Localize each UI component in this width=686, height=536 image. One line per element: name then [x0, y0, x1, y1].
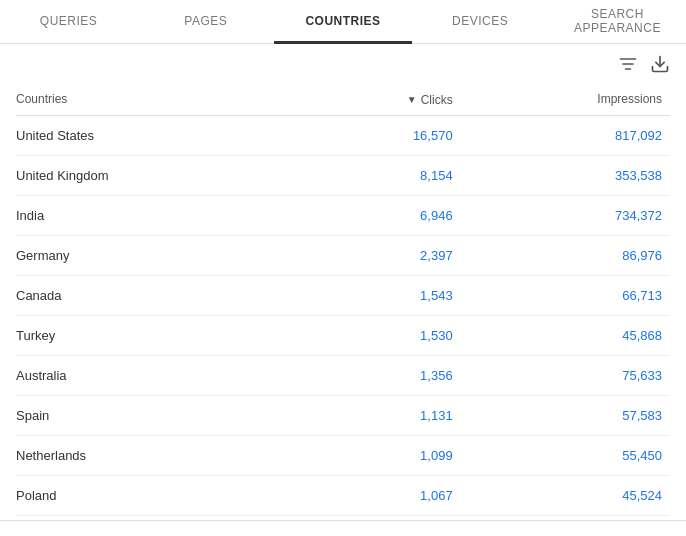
- table-row: Canada 1,543 66,713: [16, 275, 670, 315]
- cell-clicks: 2,397: [305, 235, 460, 275]
- cell-impressions: 353,538: [461, 155, 670, 195]
- col-header-impressions[interactable]: Impressions: [461, 84, 670, 115]
- table-row: Turkey 1,530 45,868: [16, 315, 670, 355]
- filter-icon[interactable]: [618, 54, 638, 74]
- cell-clicks: 1,099: [305, 435, 460, 475]
- tab-queries[interactable]: QUERIES: [0, 1, 137, 44]
- cell-country: United Kingdom: [16, 155, 305, 195]
- toolbar: [0, 44, 686, 84]
- cell-country: Australia: [16, 355, 305, 395]
- cell-impressions: 66,713: [461, 275, 670, 315]
- cell-impressions: 734,372: [461, 195, 670, 235]
- table-row: Netherlands 1,099 55,450: [16, 435, 670, 475]
- cell-clicks: 1,131: [305, 395, 460, 435]
- sort-arrow-down-icon: ▼: [407, 94, 417, 105]
- cell-country: Poland: [16, 475, 305, 515]
- table-body: United States 16,570 817,092 United King…: [16, 115, 670, 515]
- col-header-countries: Countries: [16, 84, 305, 115]
- cell-country: India: [16, 195, 305, 235]
- cell-clicks: 1,530: [305, 315, 460, 355]
- cell-clicks: 1,543: [305, 275, 460, 315]
- table-row: Germany 2,397 86,976: [16, 235, 670, 275]
- tab-bar: QUERIES PAGES COUNTRIES DEVICES SEARCH A…: [0, 0, 686, 44]
- tab-pages[interactable]: PAGES: [137, 1, 274, 44]
- download-icon[interactable]: [650, 54, 670, 74]
- table-row: India 6,946 734,372: [16, 195, 670, 235]
- table-row: United Kingdom 8,154 353,538: [16, 155, 670, 195]
- cell-impressions: 57,583: [461, 395, 670, 435]
- countries-table: Countries ▼ Clicks Impressions United St…: [16, 84, 670, 516]
- cell-clicks: 1,067: [305, 475, 460, 515]
- cell-country: Netherlands: [16, 435, 305, 475]
- next-page-button[interactable]: ›: [653, 533, 670, 537]
- cell-impressions: 86,976: [461, 235, 670, 275]
- cell-clicks: 8,154: [305, 155, 460, 195]
- cell-country: Germany: [16, 235, 305, 275]
- cell-impressions: 817,092: [461, 115, 670, 155]
- tab-devices[interactable]: DEVICES: [412, 1, 549, 44]
- prev-page-button[interactable]: ‹: [631, 533, 648, 537]
- page-navigation: ‹ ›: [631, 533, 670, 537]
- data-table-container: Countries ▼ Clicks Impressions United St…: [0, 84, 686, 516]
- tab-search-appearance[interactable]: SEARCH APPEARANCE: [549, 1, 686, 44]
- cell-impressions: 75,633: [461, 355, 670, 395]
- cell-impressions: 45,524: [461, 475, 670, 515]
- table-row: Australia 1,356 75,633: [16, 355, 670, 395]
- cell-country: Canada: [16, 275, 305, 315]
- table-row: Spain 1,131 57,583: [16, 395, 670, 435]
- col-header-clicks[interactable]: ▼ Clicks: [305, 84, 460, 115]
- cell-country: Turkey: [16, 315, 305, 355]
- cell-country: Spain: [16, 395, 305, 435]
- cell-clicks: 1,356: [305, 355, 460, 395]
- table-row: United States 16,570 817,092: [16, 115, 670, 155]
- tab-countries[interactable]: COUNTRIES: [274, 1, 411, 44]
- table-row: Poland 1,067 45,524: [16, 475, 670, 515]
- cell-clicks: 6,946: [305, 195, 460, 235]
- cell-impressions: 55,450: [461, 435, 670, 475]
- cell-country: United States: [16, 115, 305, 155]
- cell-clicks: 16,570: [305, 115, 460, 155]
- table-header-row: Countries ▼ Clicks Impressions: [16, 84, 670, 115]
- pagination-bar: Rows per page: 10 ▼ 1-10 of 236 ‹ ›: [0, 520, 686, 537]
- cell-impressions: 45,868: [461, 315, 670, 355]
